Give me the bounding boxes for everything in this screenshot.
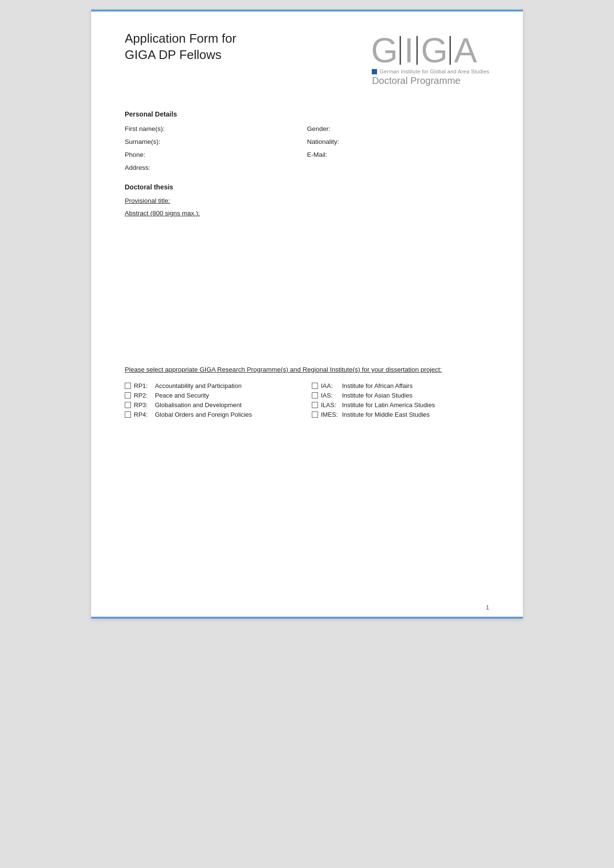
checkboxes-grid: RP1: Accountability and Participation RP… xyxy=(125,382,489,418)
checkbox-imes-label: Institute for Middle East Studies xyxy=(342,411,430,418)
personal-details-title: Personal Details xyxy=(125,110,489,118)
checkbox-rp2-box[interactable] xyxy=(125,392,131,399)
page-number: 1 xyxy=(486,604,489,611)
checkbox-rp4-code: RP4: xyxy=(134,411,152,418)
page-title: Application Form for GIGA DP Fellows xyxy=(125,31,236,63)
checkbox-rp4-box[interactable] xyxy=(125,411,131,418)
doctoral-thesis-section: Doctoral thesis Provisional title: Abstr… xyxy=(125,183,489,356)
checkbox-imes-code: IMES: xyxy=(321,411,339,418)
doctoral-thesis-title: Doctoral thesis xyxy=(125,183,489,191)
checkbox-ilas-code: ILAS: xyxy=(321,401,339,409)
logo-letter-g1: G xyxy=(371,33,397,68)
logo-divider-1 xyxy=(400,36,401,65)
bottom-border xyxy=(91,617,523,619)
checkbox-ias-code: IAS: xyxy=(321,392,339,399)
checkbox-rp3-box[interactable] xyxy=(125,402,131,408)
checkbox-ilas-box[interactable] xyxy=(312,402,318,408)
abstract-label: Abstract (800 signs max.): xyxy=(125,210,200,217)
logo-letter-g2: G xyxy=(421,33,447,68)
checkboxes-right: IAA: Institute for African Affairs IAS: … xyxy=(312,382,489,418)
checkbox-iaa-box[interactable] xyxy=(312,383,318,389)
checkbox-rp4: RP4: Global Orders and Foreign Policies xyxy=(125,411,302,418)
checkbox-iaa-code: IAA: xyxy=(321,382,339,389)
provisional-title-label: Provisional title: xyxy=(125,197,170,204)
logo-letter-i: I xyxy=(404,33,413,68)
title-line2: GIGA DP Fellows xyxy=(125,47,222,62)
checkbox-rp2-code: RP2: xyxy=(134,392,152,399)
giga-logo: G I G A German Institute for Global and … xyxy=(371,33,489,86)
provisional-title-field: Provisional title: xyxy=(125,197,489,204)
checkbox-ias-label: Institute for Asian Studies xyxy=(342,392,413,399)
abstract-area: Abstract (800 signs max.): xyxy=(125,209,489,356)
checkbox-rp3: RP3: Globalisation and Development xyxy=(125,401,302,409)
surname-label: Surname(s): xyxy=(125,137,307,147)
checkbox-imes-box[interactable] xyxy=(312,411,318,418)
checkbox-rp3-code: RP3: xyxy=(134,401,152,409)
logo-subtitle-text: German Institute for Global and Area Stu… xyxy=(379,69,489,74)
checkbox-iaa: IAA: Institute for African Affairs xyxy=(312,382,489,389)
checkbox-rp1: RP1: Accountability and Participation xyxy=(125,382,302,389)
abstract-space xyxy=(125,222,489,356)
gender-label: Gender: xyxy=(307,124,489,134)
checkboxes-left: RP1: Accountability and Participation RP… xyxy=(125,382,302,418)
phone-label: Phone: xyxy=(125,150,307,160)
nationality-label: Nationality: xyxy=(307,137,489,147)
checkbox-ias: IAS: Institute for Asian Studies xyxy=(312,392,489,399)
checkbox-iaa-label: Institute for African Affairs xyxy=(342,382,413,389)
logo-subtitle-row: German Institute for Global and Area Stu… xyxy=(371,69,489,74)
logo-square xyxy=(372,69,377,74)
title-line1: Application Form for xyxy=(125,31,236,46)
checkbox-imes: IMES: Institute for Middle East Studies xyxy=(312,411,489,418)
logo-letters: G I G A xyxy=(371,33,477,68)
checkbox-rp1-box[interactable] xyxy=(125,383,131,389)
checkbox-rp1-code: RP1: xyxy=(134,382,152,389)
checkbox-ilas: ILAS: Institute for Latin America Studie… xyxy=(312,401,489,409)
research-intro: Please select appropriate GIGA Research … xyxy=(125,365,489,375)
logo-divider-3 xyxy=(449,36,451,65)
checkbox-rp3-label: Globalisation and Development xyxy=(155,401,242,409)
checkbox-ias-box[interactable] xyxy=(312,392,318,399)
research-programmes-section: Please select appropriate GIGA Research … xyxy=(125,365,489,418)
page: Application Form for GIGA DP Fellows G I… xyxy=(91,10,523,619)
address-label: Address: xyxy=(125,163,307,173)
checkbox-rp1-label: Accountability and Participation xyxy=(155,382,242,389)
checkbox-ilas-label: Institute for Latin America Studies xyxy=(342,401,435,409)
personal-details-grid: First name(s): Gender: Surname(s): Natio… xyxy=(125,124,489,173)
abstract-field: Abstract (800 signs max.): xyxy=(125,209,489,217)
checkbox-rp2-label: Peace and Security xyxy=(155,392,209,399)
email-label: E-Mail: xyxy=(307,150,489,160)
checkbox-rp2: RP2: Peace and Security xyxy=(125,392,302,399)
logo-letter-a: A xyxy=(454,33,477,68)
header: Application Form for GIGA DP Fellows G I… xyxy=(125,31,489,86)
personal-details-section: Personal Details First name(s): Gender: … xyxy=(125,110,489,173)
checkbox-rp4-label: Global Orders and Foreign Policies xyxy=(155,411,252,418)
logo-programme: Doctoral Programme xyxy=(371,75,460,86)
logo-divider-2 xyxy=(416,36,418,65)
first-name-label: First name(s): xyxy=(125,124,307,134)
